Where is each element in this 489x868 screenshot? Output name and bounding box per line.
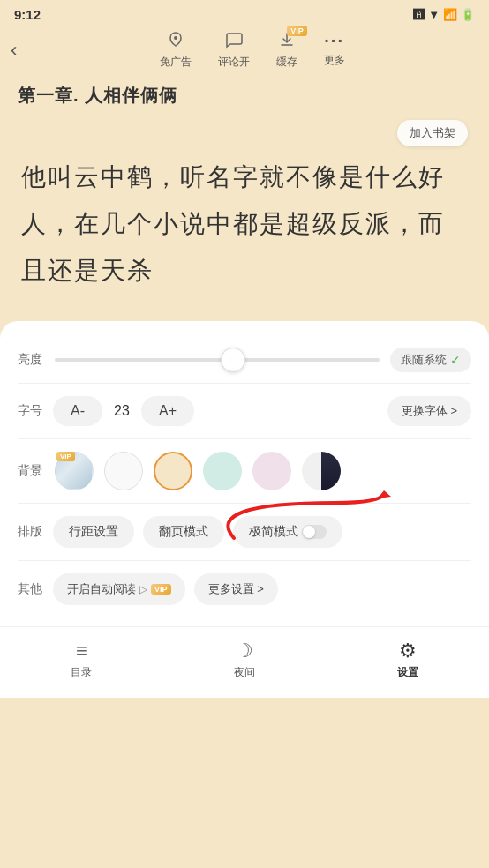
cache-icon: VIP [277,31,297,53]
comments-label: 评论开 [218,55,250,70]
brightness-label: 亮度 [18,352,44,368]
wifi-icon: ▼ [428,8,440,21]
contents-label: 目录 [71,665,92,680]
status-icons: 🅰 ▼ 📶 🔋 [413,8,475,21]
no-ads-icon [166,31,185,53]
settings-icon: ⚙ [399,640,417,662]
brightness-row: 亮度 跟随系统 ✓ [18,337,471,384]
font-size-label: 字号 [18,403,44,419]
brightness-slider[interactable] [55,358,380,362]
chapter-title: 第一章. 人相伴俩俩 [0,77,489,111]
font-increase-button[interactable]: A+ [141,396,194,426]
no-ads-label: 免广告 [160,55,192,70]
signal-icon: 📶 [443,8,457,21]
top-nav: ‹ 免广告 评论开 [0,26,489,77]
background-options [55,452,471,490]
vip-badge: VIP [287,26,307,36]
bg-option-dark[interactable] [302,452,341,490]
auto-read-button[interactable]: 开启自动阅读 ▷ VIP [53,573,185,605]
other-label: 其他 [18,581,44,597]
check-icon: ✓ [450,353,461,367]
background-row: 背景 [18,439,471,504]
status-bar: 9:12 🅰 ▼ 📶 🔋 [0,0,489,26]
more-settings-button[interactable]: 更多设置 > [194,573,278,605]
bottom-nav-settings[interactable]: ⚙ 设置 [380,636,436,684]
auto-read-label: 开启自动阅读 [67,581,136,597]
bg-option-mint[interactable] [203,452,242,490]
other-options: 开启自动阅读 ▷ VIP 更多设置 > [53,573,471,605]
night-icon: ☽ [236,640,253,662]
svg-point-0 [174,36,177,40]
vip-label: VIP [151,584,171,595]
nav-center: 免广告 评论开 VIP 缓存 ··· 更多 [26,31,478,70]
contents-icon: ≡ [76,640,87,662]
layout-row: 排版 行距设置 翻页模式 极简模式 [18,504,471,561]
add-shelf-button[interactable]: 加入书架 [397,120,468,146]
status-time: 9:12 [14,7,41,22]
sim-icon: 🅰 [413,8,425,21]
follow-system-button[interactable]: 跟随系统 ✓ [390,348,471,372]
layout-options: 行距设置 翻页模式 极简模式 [53,516,471,548]
battery-icon: 🔋 [461,8,475,21]
background-label: 背景 [18,463,44,479]
more-icon: ··· [324,31,344,51]
bottom-nav-night[interactable]: ☽ 夜间 [216,636,273,684]
bottom-nav: ≡ 目录 ☽ 夜间 ⚙ 设置 [0,626,489,698]
font-decrease-button[interactable]: A- [53,396,102,426]
cache-label: 缓存 [276,55,297,70]
font-size-value: 23 [109,403,134,419]
settings-label: 设置 [397,665,418,680]
bg-option-marble[interactable] [55,452,94,490]
more-label: 更多 [324,53,345,68]
brightness-thumb [221,348,245,372]
nav-item-comments[interactable]: 评论开 [218,31,250,70]
font-size-row: 字号 A- 23 A+ 更换字体 > [18,384,471,439]
bottom-nav-contents[interactable]: ≡ 目录 [53,636,109,684]
content-area: 加入书架 他叫云中鹤，听名字就不像是什么好人，在几个小说中都是超级反派，而且还是… [0,111,489,312]
change-font-button[interactable]: 更换字体 > [387,396,471,426]
nav-item-no-ads[interactable]: 免广告 [160,31,192,70]
layout-label: 排版 [18,524,44,540]
font-controls: A- 23 A+ [53,396,379,426]
minimal-mode-button[interactable]: 极简模式 [233,516,342,548]
settings-panel: 亮度 跟随系统 ✓ 字号 A- 23 A+ 更换字体 > 背景 [0,321,489,626]
other-row: 其他 开启自动阅读 ▷ VIP 更多设置 > [18,561,471,617]
bg-option-pink[interactable] [252,452,291,490]
comments-icon [224,31,244,53]
night-label: 夜间 [234,665,255,680]
nav-item-cache[interactable]: VIP 缓存 [276,31,297,70]
bg-option-cream[interactable] [154,452,192,490]
back-button[interactable]: ‹ [11,35,26,65]
brightness-slider-container[interactable] [55,358,380,362]
content-text: 他叫云中鹤，听名字就不像是什么好人，在几个小说中都是超级反派，而且还是天杀 [21,153,468,295]
line-spacing-button[interactable]: 行距设置 [53,516,134,548]
page-mode-button[interactable]: 翻页模式 [143,516,224,548]
play-icon: ▷ [139,583,147,595]
bg-option-white[interactable] [104,452,143,490]
nav-item-more[interactable]: ··· 更多 [324,31,345,70]
follow-system-label: 跟随系统 [401,352,447,368]
